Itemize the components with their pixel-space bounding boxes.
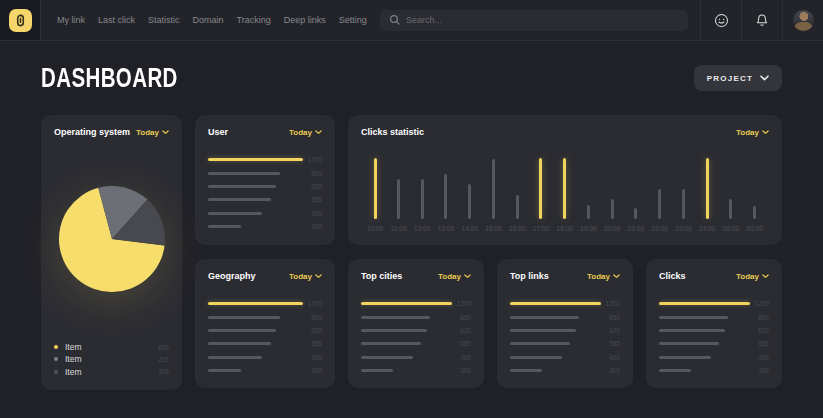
- project-dropdown-button[interactable]: PROJECT: [694, 65, 782, 91]
- bar-track: [510, 316, 601, 319]
- notifications-button[interactable]: [741, 0, 782, 40]
- bar-track: [208, 369, 303, 372]
- legend-item: Item105: [54, 366, 169, 378]
- bar: [539, 158, 542, 219]
- legend-label: Item: [65, 367, 82, 377]
- dashboard-grid: Operating system Today Item650Item205Ite…: [0, 115, 823, 390]
- bar: [659, 356, 711, 359]
- legend-item: Item205: [54, 353, 169, 365]
- bar: [208, 342, 271, 345]
- chevron-down-icon: [315, 274, 322, 279]
- period-dropdown[interactable]: Today: [289, 272, 322, 281]
- bar-row: 300: [208, 220, 322, 233]
- bar-value: 400: [605, 354, 620, 361]
- profile-button[interactable]: [782, 0, 823, 40]
- time-label: 19:00: [580, 225, 596, 232]
- bar-value: 585: [307, 196, 322, 203]
- bar-value: 850: [456, 314, 471, 321]
- vbar-column: 22:00: [652, 156, 668, 232]
- time-label: 13:00: [438, 225, 454, 232]
- bar-row: 850: [208, 166, 322, 179]
- support-button[interactable]: [700, 0, 741, 40]
- period-label: Today: [736, 128, 759, 137]
- nav-link-last-click[interactable]: Last click: [98, 15, 135, 25]
- bar-row: 585: [659, 337, 769, 350]
- time-label: 12:00: [414, 225, 430, 232]
- bar: [563, 158, 566, 219]
- nav-link-tracking[interactable]: Tracking: [237, 15, 271, 25]
- bar-row: 585: [361, 337, 471, 350]
- bar-track: [510, 302, 601, 306]
- bar-row: 400: [208, 207, 322, 220]
- bar-row: 620: [208, 180, 322, 193]
- bar-value: 850: [605, 314, 620, 321]
- bell-icon: [755, 13, 769, 28]
- time-label: 16:00: [509, 225, 525, 232]
- bar: [361, 342, 421, 345]
- bar-row: 585: [208, 337, 322, 350]
- bar-track: [208, 198, 303, 201]
- bar-track: [208, 329, 303, 332]
- period-dropdown[interactable]: Today: [136, 128, 169, 137]
- bar-track: [361, 302, 452, 306]
- bar-track: [361, 356, 452, 359]
- period-dropdown[interactable]: Today: [736, 272, 769, 281]
- main-nav: My linkLast clickStatisticDomainTracking…: [41, 0, 367, 40]
- nav-link-domain[interactable]: Domain: [193, 15, 224, 25]
- bar-row: 400: [208, 351, 322, 364]
- nav-link-setting[interactable]: Setting: [339, 15, 367, 25]
- period-dropdown[interactable]: Today: [438, 272, 471, 281]
- chevron-down-icon: [762, 274, 769, 279]
- search-input[interactable]: [380, 10, 688, 31]
- bar-row: 1200: [510, 297, 620, 310]
- search-bar: [380, 0, 688, 40]
- top-navbar: My linkLast clickStatisticDomainTracking…: [0, 0, 823, 41]
- bar: [208, 356, 262, 359]
- bar-track: [208, 185, 303, 188]
- bar-track: [659, 329, 750, 332]
- bar-value: 585: [605, 340, 620, 347]
- bar-row: 620: [208, 324, 322, 337]
- page-header: DASHBOARD PROJECT: [0, 41, 823, 115]
- pie-chart: [59, 186, 165, 292]
- bar-row: 585: [510, 337, 620, 350]
- bar-track: [208, 356, 303, 359]
- bar: [510, 369, 542, 372]
- nav-link-my-link[interactable]: My link: [57, 15, 85, 25]
- bar-value: 1200: [307, 156, 322, 163]
- nav-link-deep-links[interactable]: Deep links: [284, 15, 326, 25]
- bar-value: 1200: [307, 300, 322, 307]
- time-label: 20:00: [604, 225, 620, 232]
- legend-dot: [54, 370, 58, 374]
- vbar-column: 16:00: [509, 156, 525, 232]
- vbar-column: 13:00: [438, 156, 454, 232]
- bar-row: 585: [208, 193, 322, 206]
- bar-value: 620: [307, 183, 322, 190]
- bar-value: 850: [754, 314, 769, 321]
- search-icon: [389, 14, 401, 26]
- period-dropdown[interactable]: Today: [736, 128, 769, 137]
- bar-track: [659, 342, 750, 345]
- vbar-column: 10:00: [367, 156, 383, 232]
- vbar-column: 01:00: [747, 156, 763, 232]
- app-logo[interactable]: [9, 9, 32, 32]
- period-label: Today: [736, 272, 759, 281]
- nav-link-statistic[interactable]: Statistic: [148, 15, 180, 25]
- bar-value: 300: [307, 367, 322, 374]
- bar: [361, 329, 427, 332]
- bar: [492, 159, 495, 219]
- bar: [729, 199, 732, 219]
- hbar-chart: 1200850620585400300: [510, 297, 620, 377]
- bar-value: 1200: [456, 300, 471, 307]
- paperclip-icon: [14, 14, 27, 27]
- bar-value: 620: [307, 327, 322, 334]
- period-label: Today: [587, 272, 610, 281]
- period-dropdown[interactable]: Today: [289, 128, 322, 137]
- card-title: Top cities: [361, 271, 402, 281]
- time-label: 18:00: [557, 225, 573, 232]
- period-dropdown[interactable]: Today: [587, 272, 620, 281]
- bar-track: [361, 316, 452, 319]
- bar: [682, 189, 685, 219]
- bar-row: 850: [361, 310, 471, 323]
- bar: [208, 198, 271, 201]
